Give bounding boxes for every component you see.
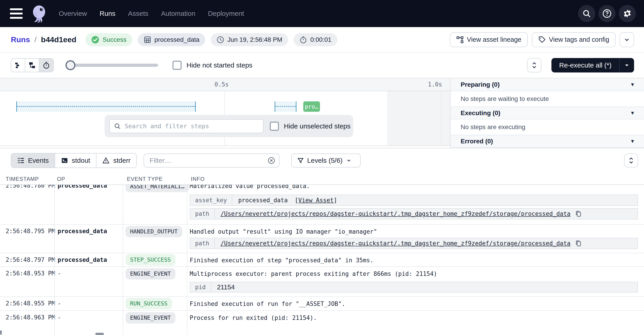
events-table: TIMESTAMP OP EVENT TYPE INFO 2:56:48.780… <box>0 173 644 335</box>
event-op: processed_data <box>58 228 107 234</box>
hide-not-started-checkbox-row: Hide not started steps <box>172 61 252 70</box>
waterfall-view-icon[interactable] <box>25 59 39 72</box>
chevron-down-icon: ▼ <box>630 110 635 116</box>
events-toolbar: Events stdout stderr Levels (5/6) <box>0 148 644 173</box>
gantt-view-segmented-control <box>11 58 54 72</box>
event-info: Multiprocess executor: parent process ex… <box>190 270 437 277</box>
path-link[interactable]: /Users/neverett/projects/repos/dagster-q… <box>220 210 570 217</box>
ruler-tick: 1.0s <box>428 81 442 88</box>
event-op: - <box>58 270 61 277</box>
nav-item-assets[interactable]: Assets <box>128 10 148 18</box>
chevron-down-icon: ▼ <box>630 82 635 88</box>
gear-icon[interactable] <box>619 5 636 22</box>
reexecute-dropdown-caret[interactable] <box>620 58 634 72</box>
log-filter-input[interactable] <box>144 154 280 168</box>
event-metadata-pid: pid 21154 <box>190 282 638 292</box>
gantt-chart: 0.5s 1.0s pro… Hide unselected steps <box>0 78 450 148</box>
panel-section-preparing-body: No steps are waiting to execute <box>450 91 644 106</box>
gantt-waiting-bar[interactable] <box>16 101 196 112</box>
asset-tag[interactable]: processed_data <box>138 33 205 46</box>
view-tags-config-button[interactable]: View tags and config <box>532 32 616 47</box>
event-type-pill: ENGINE_EVENT <box>126 268 176 280</box>
panel-section-executing-body: No steps are executing <box>450 120 644 135</box>
copy-icon[interactable] <box>575 240 582 247</box>
event-op: processed_data <box>58 256 107 263</box>
header-more-chevron-button[interactable] <box>620 32 634 47</box>
gantt-step-bar[interactable]: pro… <box>303 101 320 112</box>
panel-section-preparing[interactable]: Preparing (0) ▼ <box>450 78 644 91</box>
search-icon[interactable] <box>578 5 595 22</box>
steps-status-panel: Preparing (0) ▼ No steps are waiting to … <box>450 78 644 148</box>
event-row: 2:56:48.953 PM - ENGINE_EVENT Multiproce… <box>0 267 644 297</box>
path-link[interactable]: /Users/neverett/projects/repos/dagster-q… <box>220 240 570 247</box>
gantt-zoom-slider[interactable] <box>66 60 158 70</box>
panel-section-executing[interactable]: Executing (0) ▼ <box>450 106 644 120</box>
panel-section-errored[interactable]: Errored (0) ▼ <box>450 135 644 148</box>
hide-unselected-checkbox[interactable] <box>270 122 279 131</box>
dagster-run-page: Overview Runs Assets Automation Deployme… <box>0 0 644 335</box>
event-type-pill: ENGINE_EVENT <box>126 312 176 324</box>
step-search-input[interactable] <box>109 119 264 133</box>
slider-thumb[interactable] <box>66 60 76 70</box>
event-info: Materialized value processed_data. <box>190 185 310 190</box>
hamburger-menu-icon[interactable] <box>10 8 22 19</box>
events-table-header: TIMESTAMP OP EVENT TYPE INFO <box>0 173 644 185</box>
expand-log-button[interactable] <box>624 154 638 168</box>
nav-item-overview[interactable]: Overview <box>59 10 87 18</box>
nav-links: Overview Runs Assets Automation Deployme… <box>59 10 244 18</box>
event-type-pill: RUN_SUCCESS <box>126 298 172 309</box>
event-metadata-path: path /Users/neverett/projects/repos/dags… <box>190 208 638 220</box>
help-icon[interactable] <box>598 5 616 22</box>
event-op: - <box>58 314 61 321</box>
log-tabs: Events stdout stderr <box>11 153 137 168</box>
event-type-pill: HANDLED_OUTPUT <box>126 226 182 237</box>
tab-stdout[interactable]: stdout <box>55 154 97 168</box>
reexecute-all-button[interactable]: Re-execute all (*) <box>552 58 620 72</box>
status-badge: Success <box>85 33 132 46</box>
hide-unselected-label: Hide unselected steps <box>284 122 350 130</box>
start-time-badge: Jun 19, 2:56:48 PM <box>211 33 288 46</box>
event-type-pill: STEP_SUCCESS <box>126 254 176 266</box>
event-type-pill: ASSET_MATERIALI… <box>126 185 189 192</box>
nav-item-automation[interactable]: Automation <box>161 10 195 18</box>
view-asset-link[interactable]: View Asset <box>298 197 334 204</box>
dagster-logo-icon[interactable] <box>29 4 49 24</box>
tab-stderr[interactable]: stderr <box>96 154 136 168</box>
event-timestamp: 2:56:48.780 PM <box>6 185 55 189</box>
event-row: 2:56:48.963 PM - ENGINE_EVENT Process fo… <box>0 311 644 335</box>
event-timestamp: 2:56:48.797 PM <box>6 256 55 263</box>
view-asset-lineage-button[interactable]: View asset lineage <box>450 32 528 47</box>
copy-icon[interactable] <box>575 210 582 217</box>
run-header: Runs / b44d1eed Success processed_data J… <box>0 27 644 52</box>
expand-collapse-button[interactable] <box>527 58 542 72</box>
event-info: Handled output "result" using IO manager… <box>190 228 377 235</box>
event-metadata-asset-key: asset_key processed_data [View Asset] <box>190 194 638 206</box>
event-timestamp: 2:56:48.795 PM <box>6 228 55 234</box>
vertical-scrollbar-thumb[interactable] <box>0 330 2 334</box>
hide-unselected-checkbox-row: Hide unselected steps <box>270 122 350 131</box>
event-row: 2:56:48.797 PM processed_data STEP_SUCCE… <box>0 253 644 267</box>
gantt-waiting-bar[interactable] <box>274 101 296 112</box>
hide-not-started-checkbox[interactable] <box>172 61 182 70</box>
clear-filter-icon[interactable] <box>267 156 276 164</box>
hide-not-started-label: Hide not started steps <box>186 62 252 69</box>
chevron-down-icon: ▼ <box>630 138 635 144</box>
gantt-after-run-shade <box>387 91 450 146</box>
event-info: Process for run exited (pid: 21154). <box>190 314 317 321</box>
breadcrumb-separator: / <box>32 35 38 44</box>
flat-view-icon[interactable] <box>11 59 25 72</box>
event-info: Finished execution of step "processed_da… <box>190 257 374 264</box>
levels-filter-button[interactable]: Levels (5/6) <box>291 154 360 168</box>
event-row: 2:56:48.955 PM - RUN_SUCCESS Finished ex… <box>0 297 644 311</box>
tab-events[interactable]: Events <box>11 154 55 168</box>
duration-badge: 0:00:01 <box>294 33 337 46</box>
horizontal-scrollbar-thumb[interactable] <box>95 333 104 335</box>
nav-item-deployment[interactable]: Deployment <box>208 10 244 18</box>
run-id: b44d1eed <box>41 35 76 44</box>
gantt-toolbar: Hide not started steps Re-execute all (*… <box>0 52 644 78</box>
nav-icon-buttons <box>578 5 636 22</box>
breadcrumb-runs-link[interactable]: Runs <box>11 35 30 44</box>
nav-item-runs[interactable]: Runs <box>100 10 116 18</box>
event-op: - <box>58 300 61 307</box>
timing-view-icon[interactable] <box>39 59 53 72</box>
